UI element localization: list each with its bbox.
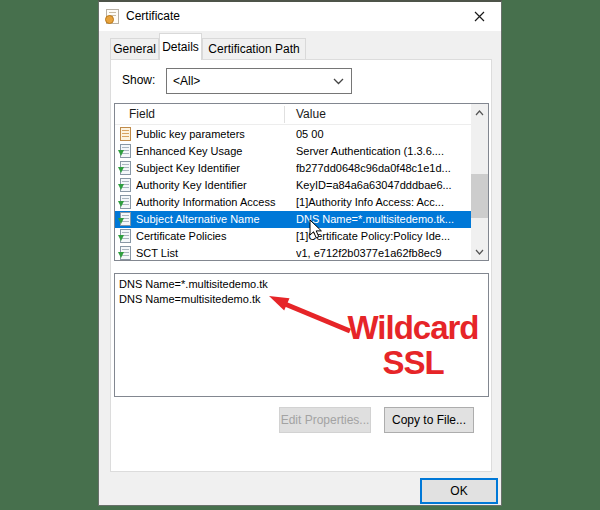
field-name: Certificate Policies (136, 230, 283, 242)
chevron-up-icon (475, 110, 484, 116)
extension-icon (120, 144, 131, 158)
list-header: Field Value (115, 104, 488, 125)
scrollbar-thumb[interactable] (471, 174, 488, 218)
chevron-down-icon (333, 78, 344, 85)
show-dropdown[interactable]: <All> (166, 68, 352, 94)
field-value: [1]Certificate Policy:Policy Ide... (296, 230, 469, 242)
show-label: Show: (122, 73, 155, 87)
extension-icon (120, 229, 131, 243)
table-row[interactable]: Authority Information Access [1]Authorit… (115, 194, 471, 211)
column-divider[interactable] (284, 106, 285, 123)
field-name: Authority Information Access (136, 196, 283, 208)
show-dropdown-value: <All> (173, 74, 200, 88)
table-row[interactable]: Subject Key Identifier fb277dd0648c96da0… (115, 160, 471, 177)
extension-icon (120, 195, 131, 209)
extension-icon (120, 246, 131, 260)
field-name: Public key parameters (136, 128, 283, 140)
wildcard-ssl-annotation: Wildcard SSL (337, 310, 489, 380)
close-button[interactable] (466, 6, 492, 27)
copy-to-file-button[interactable]: Copy to File... (384, 407, 474, 433)
field-name: Subject Alternative Name (136, 213, 283, 225)
scroll-up-button[interactable] (471, 104, 488, 121)
field-value: KeyID=a84a6a63047dddbae6... (296, 179, 469, 191)
field-name: Enhanced Key Usage (136, 145, 283, 157)
extension-icon (120, 212, 131, 226)
field-value: [1]Authority Info Access: Acc... (296, 196, 469, 208)
field-value: 05 00 (296, 128, 469, 140)
field-value: DNS Name=*.multisitedemo.tk... (296, 213, 469, 225)
field-name: Subject Key Identifier (136, 162, 283, 174)
close-icon (474, 11, 485, 22)
certificate-fields-list: Field Value Public key parameters 05 00 … (114, 103, 489, 261)
column-header-field[interactable]: Field (129, 107, 155, 121)
table-row[interactable]: Authority Key Identifier KeyID=a84a6a630… (115, 177, 471, 194)
column-header-value[interactable]: Value (296, 107, 326, 121)
edit-properties-button: Edit Properties... (279, 407, 371, 433)
table-row[interactable]: SCT List v1, e712f2b0377e1a62fb8ec9 (115, 245, 471, 261)
annotation-line-1: Wildcard (337, 310, 489, 345)
chevron-down-icon (475, 249, 484, 255)
field-name: Authority Key Identifier (136, 179, 283, 191)
extension-icon (120, 161, 131, 175)
certificate-icon (106, 9, 119, 24)
field-value: Server Authentication (1.3.6.... (296, 145, 469, 157)
ok-button[interactable]: OK (420, 478, 498, 504)
field-value: v1, e712f2b0377e1a62fb8ec9 (296, 247, 469, 259)
table-row[interactable]: Certificate Policies [1]Certificate Poli… (115, 228, 471, 245)
title-bar: Certificate (99, 2, 501, 31)
detail-line-2: DNS Name=multisitedemo.tk (119, 293, 261, 305)
window-title: Certificate (126, 9, 180, 23)
table-row[interactable]: Enhanced Key Usage Server Authentication… (115, 143, 471, 160)
scroll-down-button[interactable] (471, 243, 488, 260)
extension-icon (120, 178, 131, 192)
details-tab-page: Show: <All> Field Value Public key param… (110, 59, 492, 472)
field-name: SCT List (136, 247, 283, 259)
table-row-selected[interactable]: Subject Alternative Name DNS Name=*.mult… (115, 211, 471, 228)
list-rows: Public key parameters 05 00 Enhanced Key… (115, 126, 471, 260)
detail-line-1: DNS Name=*.multisitedemo.tk (119, 278, 268, 290)
tab-details[interactable]: Details (159, 33, 202, 60)
annotation-line-2: SSL (337, 345, 489, 380)
vertical-scrollbar[interactable] (471, 104, 488, 260)
tab-general[interactable]: General (110, 38, 159, 60)
table-row[interactable]: Public key parameters 05 00 (115, 126, 471, 143)
tab-certification-path[interactable]: Certification Path (202, 38, 306, 60)
document-icon (120, 127, 131, 141)
field-value: fb277dd0648c96da0f48c1e1d... (296, 162, 469, 174)
certificate-dialog: Certificate General Details Certificatio… (98, 0, 502, 506)
